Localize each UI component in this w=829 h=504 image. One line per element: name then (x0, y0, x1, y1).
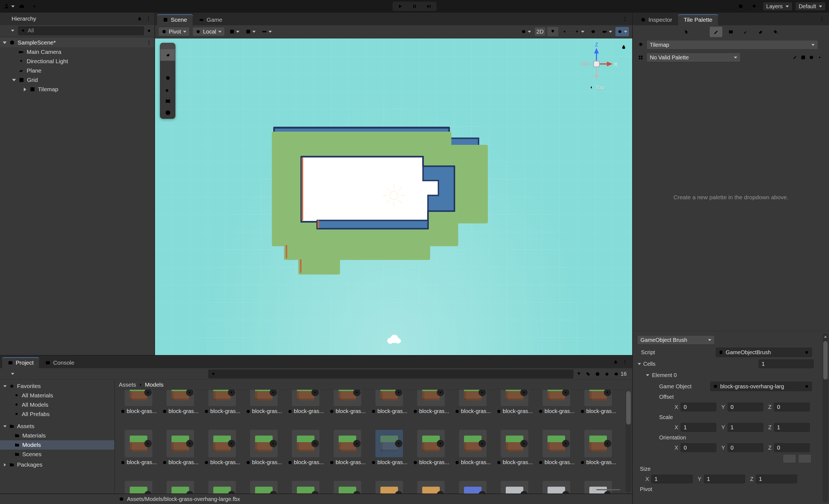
expand-subassets-button[interactable] (604, 440, 611, 447)
hierarchy-item-grid[interactable]: Grid (0, 75, 154, 85)
tree-item-favorites[interactable]: Favorites (0, 382, 114, 391)
expand-subassets-button[interactable] (186, 440, 193, 447)
overlay-drag-handle[interactable] (160, 43, 175, 49)
foldout-icon[interactable] (12, 79, 16, 81)
effects-dropdown[interactable] (573, 27, 586, 36)
asset-item[interactable]: block-gras... (201, 430, 243, 481)
lock-icon[interactable] (137, 16, 142, 22)
hierarchy-item-tilemap[interactable]: Tilemap (0, 85, 154, 94)
scrollbar-thumb[interactable] (823, 341, 828, 380)
search-by-type-icon[interactable] (576, 371, 582, 377)
layout-dropdown[interactable]: Default (795, 2, 826, 11)
transform-tool-button[interactable] (160, 107, 175, 118)
asset-item[interactable]: block-gras... (159, 430, 201, 481)
lock-icon[interactable] (613, 359, 618, 365)
zoom-slider-knob[interactable] (592, 488, 597, 492)
cells-count-field[interactable]: 1 (759, 359, 814, 368)
tree-item-packages[interactable]: Packages (0, 460, 114, 469)
expand-subassets-button[interactable] (312, 440, 319, 447)
asset-item[interactable]: block-gras... (327, 481, 368, 494)
expand-subassets-button[interactable] (144, 440, 152, 447)
erase-tool-button[interactable] (754, 27, 767, 37)
asset-item[interactable]: block-gras... (118, 430, 159, 481)
step-button[interactable] (422, 2, 435, 10)
foldout-icon[interactable] (638, 363, 641, 365)
hierarchy-item-directional-light[interactable]: Directional Light (0, 57, 154, 66)
asset-item[interactable]: block-gras... (535, 481, 577, 494)
asset-item[interactable]: block-gras... (535, 430, 577, 481)
object-picker-icon[interactable] (804, 384, 809, 389)
camera-settings-dropdown[interactable] (600, 27, 614, 36)
search-by-label-icon[interactable] (585, 371, 591, 377)
add-element-button[interactable] (783, 454, 796, 463)
size-y-field[interactable]: 1 (704, 475, 745, 483)
asset-grid-scrollbar[interactable] (625, 391, 632, 493)
scale-y-field[interactable]: 1 (728, 423, 763, 432)
foldout-icon[interactable] (3, 41, 7, 44)
expand-subassets-button[interactable] (562, 390, 570, 396)
expand-subassets-button[interactable] (269, 440, 277, 447)
asset-item[interactable]: block-gras... (159, 481, 201, 494)
palette-dropdown[interactable]: No Valid Palette (647, 53, 741, 62)
asset-item[interactable]: block-gras... (452, 481, 494, 494)
expand-subassets-button[interactable] (353, 390, 361, 396)
hierarchy-item-plane[interactable]: Plane (0, 66, 154, 75)
asset-item[interactable]: block-gras... (368, 481, 410, 494)
offset-x-field[interactable]: 0 (681, 403, 716, 411)
expand-subassets-button[interactable] (228, 440, 235, 447)
tab-tile-palette[interactable]: Tile Palette (678, 14, 718, 25)
expand-subassets-button[interactable] (353, 440, 361, 447)
foldout-icon[interactable] (646, 374, 649, 376)
scale-z-field[interactable]: 1 (774, 423, 810, 432)
kebab-icon[interactable] (146, 16, 151, 22)
expand-subassets-button[interactable] (520, 440, 528, 447)
handle-rotation-dropdown[interactable]: Local (192, 27, 225, 36)
asset-item[interactable]: block-gras... (494, 390, 535, 430)
asset-item[interactable]: block-gras... (327, 430, 368, 481)
globe-icon[interactable] (809, 55, 814, 60)
pause-button[interactable] (408, 2, 421, 10)
scene-viewport[interactable]: Z X (155, 38, 632, 355)
tree-item-all-materials[interactable]: All Materials (0, 391, 114, 400)
gizmos-dropdown[interactable] (615, 27, 629, 36)
search-button[interactable] (749, 2, 760, 11)
asset-item[interactable]: block-gras... (410, 481, 452, 494)
size-z-field[interactable]: 1 (756, 475, 797, 483)
scrollbar-thumb[interactable] (626, 391, 631, 425)
expand-subassets-button[interactable] (478, 390, 486, 396)
script-field[interactable]: GameObjectBrush (716, 348, 812, 357)
favorite-star-icon[interactable] (604, 371, 610, 377)
remove-element-button[interactable] (798, 454, 812, 463)
asset-item[interactable]: block-gras... (327, 390, 368, 430)
alert-icon[interactable] (595, 371, 600, 377)
view-tool-button[interactable] (160, 49, 175, 61)
tab-scene[interactable]: Scene (157, 14, 193, 25)
expand-subassets-button[interactable] (562, 440, 570, 447)
asset-item[interactable]: block-gras... (243, 430, 285, 481)
tree-item-models[interactable]: Models (0, 440, 114, 449)
inspector-scrollbar[interactable] (823, 333, 828, 502)
undo-history-button[interactable] (735, 2, 746, 11)
expand-subassets-button[interactable] (144, 390, 152, 396)
scene-lighting-toggle[interactable] (547, 27, 558, 36)
asset-item[interactable]: block-gras... (285, 481, 327, 494)
kebab-icon[interactable] (819, 16, 825, 22)
foldout-icon[interactable] (3, 385, 7, 387)
expand-subassets-button[interactable] (186, 390, 193, 396)
kebab-icon[interactable] (146, 40, 152, 45)
asset-item[interactable]: block-gras... (285, 430, 327, 481)
expand-subassets-button[interactable] (437, 390, 444, 396)
tab-project[interactable]: Project (2, 357, 39, 368)
asset-item[interactable]: block-gras... (243, 390, 285, 430)
asset-item[interactable]: block-gras... (159, 390, 201, 430)
view-direction-label[interactable]: Top (589, 84, 605, 91)
asset-item[interactable]: block-gras... (368, 430, 410, 481)
asset-item[interactable]: block-gras... (410, 430, 452, 481)
increment-snap-dropdown[interactable] (260, 27, 274, 36)
expand-subassets-button[interactable] (604, 390, 611, 396)
asset-item[interactable]: block-gras... (243, 481, 285, 494)
asset-item[interactable]: block-gras... (201, 390, 243, 430)
expand-subassets-button[interactable] (312, 390, 319, 396)
tab-console[interactable]: Console (40, 357, 80, 368)
rotate-tool-button[interactable] (160, 72, 175, 84)
